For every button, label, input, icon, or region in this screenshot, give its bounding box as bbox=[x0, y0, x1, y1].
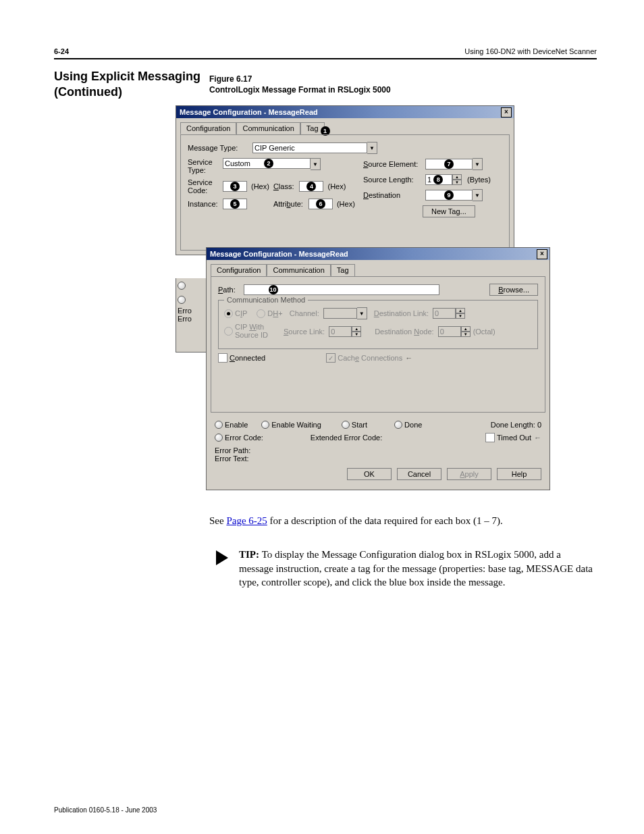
label-error-path: Error Path: bbox=[215, 446, 541, 454]
label-done-length: Done Length: 0 bbox=[491, 421, 541, 429]
chevron-down-icon[interactable]: ▼ bbox=[473, 158, 483, 170]
label-instance: Instance: bbox=[188, 200, 220, 208]
label-source-link: Source Link: bbox=[284, 328, 325, 336]
label-error-code: Error Code: bbox=[225, 434, 263, 442]
tip-text: TIP: To display the Message Configuratio… bbox=[239, 548, 597, 589]
label-ext-error-code: Extended Error Code: bbox=[311, 434, 382, 442]
spinner-icon: ▲▼ bbox=[352, 326, 361, 337]
label-connected: Connected bbox=[230, 354, 265, 362]
tab-tag-2[interactable]: Tag bbox=[331, 264, 355, 276]
dialog-communication: Message Configuration - MessageRead × Co… bbox=[206, 247, 550, 490]
label-message-type: Message Type: bbox=[188, 144, 250, 152]
label-cache: Cache Connections bbox=[338, 354, 402, 362]
label-enable-waiting: Enable Waiting bbox=[271, 421, 321, 429]
tab-configuration-2[interactable]: Configuration bbox=[211, 264, 267, 276]
browse-button[interactable]: Browse... bbox=[489, 284, 538, 296]
tip-arrow-icon bbox=[216, 550, 228, 565]
chevron-down-icon[interactable]: ▼ bbox=[367, 142, 377, 154]
circle-six-icon: 6 bbox=[316, 199, 325, 209]
circle-four-icon: 4 bbox=[306, 182, 316, 191]
circle-two-icon: 2 bbox=[264, 159, 273, 168]
channel-select bbox=[323, 308, 357, 319]
close-icon[interactable]: × bbox=[537, 249, 547, 259]
see-page-text: See Page 6-25 for a description of the d… bbox=[209, 514, 597, 527]
led-icon bbox=[394, 421, 402, 429]
circle-three-icon: 3 bbox=[230, 182, 240, 191]
label-dhp: DH+ bbox=[267, 309, 282, 317]
checkbox-timed-out[interactable] bbox=[485, 433, 495, 442]
cancel-button[interactable]: Cancel bbox=[397, 468, 441, 480]
instance-input[interactable]: 5 bbox=[223, 199, 247, 209]
dest-link-input: 0 bbox=[433, 308, 456, 319]
ok-button[interactable]: OK bbox=[347, 468, 392, 480]
figure-title: ControlLogix Message Format in RSLogix 5… bbox=[209, 85, 597, 95]
source-element-select[interactable]: 7 bbox=[425, 159, 473, 170]
communication-method-group: Communication Method CIP DH+ Channel: ▼ bbox=[218, 300, 538, 349]
led-icon bbox=[342, 421, 350, 429]
page-number: 6-24 bbox=[54, 47, 69, 55]
spinner-icon: ▲▼ bbox=[461, 326, 471, 337]
label-source-element: Source Element: bbox=[363, 160, 423, 168]
checkbox-cache: ✓ bbox=[326, 353, 336, 363]
attribute-input[interactable]: 6 bbox=[308, 199, 333, 209]
label-destination: Destination bbox=[363, 191, 423, 199]
destination-select[interactable]: 9 bbox=[425, 190, 473, 201]
label-error-text: Error Text: bbox=[215, 454, 541, 463]
label-cip: CIP bbox=[235, 309, 247, 317]
class-input[interactable]: 4 bbox=[299, 181, 323, 192]
label-enable: Enable bbox=[225, 421, 248, 429]
group-legend: Communication Method bbox=[224, 296, 308, 304]
path-input[interactable]: 10 bbox=[244, 284, 439, 295]
section-title: Using Explicit Messaging bbox=[54, 69, 209, 84]
circle-seven-icon: 7 bbox=[444, 159, 454, 169]
apply-button[interactable]: Apply bbox=[447, 468, 491, 480]
radio-dhp[interactable] bbox=[257, 309, 265, 318]
chapter-title: Using 160-DN2 with DeviceNet Scanner bbox=[464, 47, 597, 55]
bytes-label: (Bytes) bbox=[467, 176, 491, 184]
tab-communication-2[interactable]: Communication bbox=[267, 264, 330, 276]
label-dest-node: Destination Node: bbox=[375, 328, 433, 336]
arrow-left-icon bbox=[402, 354, 412, 362]
label-service-type: Service Type: bbox=[188, 158, 220, 174]
page-link[interactable]: Page 6-25 bbox=[226, 515, 267, 526]
dialog-config: Message Configuration - MessageRead × Co… bbox=[176, 105, 514, 255]
chevron-down-icon: ▼ bbox=[357, 307, 367, 319]
checkbox-connected[interactable] bbox=[218, 353, 227, 363]
circle-nine-icon: 9 bbox=[444, 190, 454, 200]
section-title-cont: (Continued) bbox=[54, 84, 209, 100]
label-path: Path: bbox=[218, 286, 241, 294]
circle-five-icon: 5 bbox=[230, 199, 240, 209]
help-button[interactable]: Help bbox=[497, 468, 541, 480]
led-icon bbox=[215, 421, 223, 429]
label-octal: (Octal) bbox=[473, 328, 495, 336]
chevron-down-icon[interactable]: ▼ bbox=[311, 158, 321, 170]
publication-footer: Publication 0160-5.18 - June 2003 bbox=[54, 806, 157, 814]
service-type-select[interactable]: Custom 2 bbox=[223, 158, 311, 169]
dest-node-input: 0 bbox=[438, 326, 461, 337]
spinner-icon[interactable]: ▲▼ bbox=[452, 174, 462, 185]
dialog1-peek: Erro Erro bbox=[176, 278, 206, 353]
label-service-code: Service Code: bbox=[188, 178, 220, 194]
label-cip-with: CIP WithSource ID bbox=[235, 323, 284, 339]
message-type-select[interactable]: CIP Generic bbox=[252, 142, 367, 153]
service-code-input[interactable]: 3 bbox=[223, 181, 247, 192]
label-timed-out: Timed Out bbox=[497, 434, 541, 442]
spinner-icon: ▲▼ bbox=[456, 308, 465, 319]
source-length-input[interactable]: 1 8 bbox=[425, 174, 452, 185]
chevron-down-icon[interactable]: ▼ bbox=[473, 189, 483, 201]
label-source-length: Source Length: bbox=[363, 176, 423, 184]
circle-eight-icon: 8 bbox=[433, 175, 443, 184]
led-icon bbox=[215, 434, 223, 442]
new-tag-button[interactable]: New Tag... bbox=[423, 205, 475, 217]
radio-cip[interactable] bbox=[224, 309, 233, 318]
label-class: Class: bbox=[273, 182, 294, 190]
label-start: Start bbox=[352, 421, 367, 429]
close-icon[interactable]: × bbox=[501, 107, 512, 118]
radio-cip-with[interactable] bbox=[224, 327, 233, 336]
label-attribute: Attribute: bbox=[273, 200, 303, 208]
label-dest-link: Destination Link: bbox=[374, 309, 429, 317]
circle-ten-icon: 10 bbox=[269, 285, 278, 294]
led-icon bbox=[261, 421, 269, 429]
tab-configuration[interactable]: Configuration bbox=[180, 122, 236, 134]
tab-communication[interactable]: Communication bbox=[236, 122, 300, 134]
